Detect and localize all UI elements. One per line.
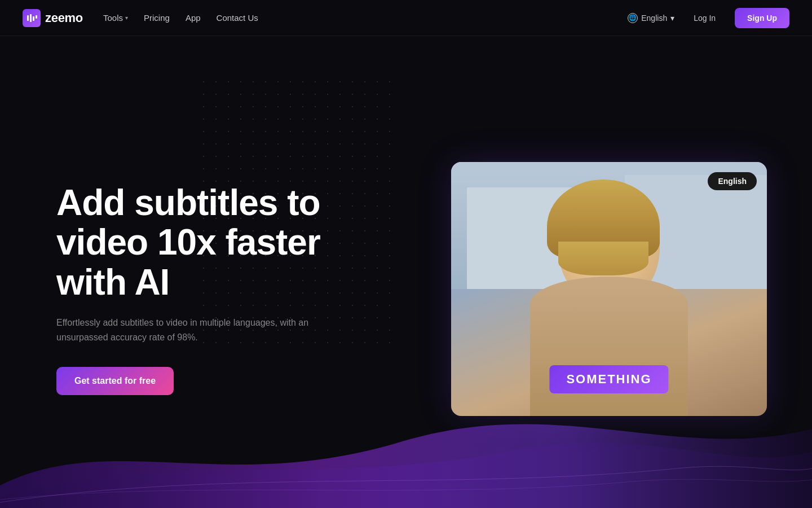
nav-left: zeemo Tools ▾ Pricing App Contact Us <box>23 9 258 27</box>
logo-icon <box>23 9 41 27</box>
nav-app[interactable]: App <box>186 13 201 23</box>
logo-svg <box>26 12 37 24</box>
navbar: zeemo Tools ▾ Pricing App Contact Us 🌐 E… <box>0 0 812 36</box>
svg-rect-2 <box>33 16 34 21</box>
hair <box>547 179 660 259</box>
language-selector[interactable]: 🌐 English ▾ <box>628 13 674 23</box>
svg-rect-3 <box>36 15 37 19</box>
hero-section: Add subtitles to video 10x faster with A… <box>0 36 812 508</box>
subtitle-overlay: SOMETHING <box>549 365 668 393</box>
nav-links: Tools ▾ Pricing App Contact Us <box>103 13 258 23</box>
brand-name: zeemo <box>45 11 83 25</box>
language-badge: English <box>708 172 757 190</box>
video-face: English SOMETHING <box>451 162 767 416</box>
cta-button[interactable]: Get started for free <box>56 367 174 395</box>
chevron-down-icon: ▾ <box>125 15 128 21</box>
signup-button[interactable]: Sign Up <box>735 8 789 28</box>
hero-content: Add subtitles to video 10x faster with A… <box>56 183 383 395</box>
svg-rect-0 <box>27 15 29 21</box>
nav-pricing[interactable]: Pricing <box>144 13 170 23</box>
nav-tools[interactable]: Tools ▾ <box>103 13 128 23</box>
hero-title: Add subtitles to video 10x faster with A… <box>56 183 383 302</box>
hero-subtitle: Effortlessly add subtitles to video in m… <box>56 316 316 344</box>
nav-contact[interactable]: Contact Us <box>217 13 258 23</box>
svg-rect-1 <box>30 14 32 22</box>
nav-right: 🌐 English ▾ Log In Sign Up <box>628 8 789 28</box>
globe-icon: 🌐 <box>628 13 638 23</box>
login-button[interactable]: Log In <box>686 9 723 27</box>
chevron-down-icon: ▾ <box>670 14 674 23</box>
logo[interactable]: zeemo <box>23 9 83 27</box>
shoulders <box>530 277 688 417</box>
hero-video-mockup: English SOMETHING <box>451 162 767 416</box>
